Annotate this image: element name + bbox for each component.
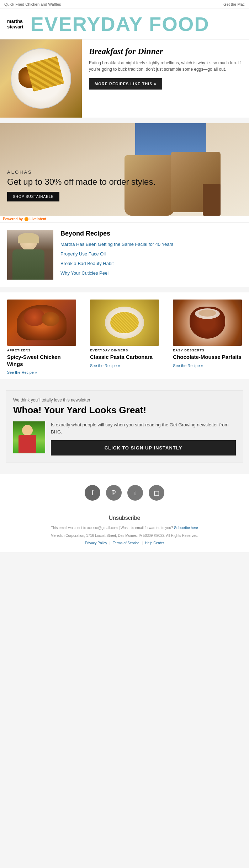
newsletter-promo-section: We think you'll totally love this newsle… xyxy=(6,390,243,463)
pasta-art xyxy=(110,312,139,333)
beyond-link-2[interactable]: Break a Bad Beauty Habit xyxy=(60,261,114,266)
divider-3 xyxy=(0,379,249,384)
separator-2: | xyxy=(142,541,143,545)
list-item: Properly Use Face Oil xyxy=(60,250,242,257)
food-illustration xyxy=(5,43,76,114)
facebook-button[interactable]: f xyxy=(85,485,100,501)
footer-email-line: This email was sent to xxxxxx@gmail.com … xyxy=(7,525,242,531)
martha-hair xyxy=(18,233,39,243)
brand-name-line1: martha xyxy=(7,18,23,24)
liveintent-logo: 🟠 LiveIntent xyxy=(24,217,46,221)
chicken-art-inner xyxy=(17,305,67,340)
heel-art xyxy=(203,184,221,216)
nav-left[interactable]: Quick Fried Chicken and Waffles xyxy=(4,2,61,6)
hero-headline: Breakfast for Dinner xyxy=(89,47,242,56)
twitter-button[interactable]: t xyxy=(127,485,143,501)
nav-right[interactable]: Get the Mac xyxy=(223,2,245,6)
footer-company: Meredith Corporation, 1716 Locust Street… xyxy=(7,533,242,539)
recipe-name-2: Chocolate-Mousse Parfaits xyxy=(173,354,242,361)
recipe-link-1[interactable]: See the Recipe » xyxy=(90,363,120,368)
recipe-cards-section: APPETIZERS Spicy-Sweet Chicken Wings See… xyxy=(0,292,249,379)
pasta-image xyxy=(90,300,159,346)
gardener-shirt xyxy=(18,435,36,453)
unsubscribe-link[interactable]: Unsubscribe xyxy=(7,515,242,521)
site-title: EVERYDAY FOOD xyxy=(31,12,210,36)
crumble-topping xyxy=(198,309,216,317)
list-item: Why Your Cuticles Peel xyxy=(60,270,242,276)
ad-background: ALOHAS Get up to 30% off made to order s… xyxy=(0,123,249,216)
instagram-icon: ◻ xyxy=(154,489,160,497)
recipe-link-2[interactable]: See the Recipe » xyxy=(173,363,203,368)
separator-1: | xyxy=(110,541,111,545)
footer-links: Privacy Policy | Terms of Service | Help… xyxy=(7,541,242,545)
more-recipes-button[interactable]: MORE RECIPES LIKE THIS » xyxy=(89,78,162,90)
pasta-bowl xyxy=(101,305,148,340)
beyond-link-1[interactable]: Properly Use Face Oil xyxy=(60,251,106,257)
signup-button[interactable]: CLICK TO SIGN UP INSTANTLY xyxy=(51,440,236,455)
facebook-icon: f xyxy=(91,489,94,497)
recipe-card-0: APPETIZERS Spicy-Sweet Chicken Wings See… xyxy=(4,300,79,375)
martha-figure xyxy=(7,230,53,280)
divider-4 xyxy=(0,469,249,474)
powered-by-bar: Powered by 🟠 LiveIntent xyxy=(0,216,249,222)
twitter-icon: t xyxy=(134,489,136,497)
ad-headline: Get up to 30% off made to order styles. xyxy=(7,177,155,187)
brand-name-line2: stewart xyxy=(7,24,23,29)
recipe-category-0: APPETIZERS xyxy=(7,349,76,352)
provider-name: LiveIntent xyxy=(30,217,46,221)
recipe-image-2 xyxy=(173,300,242,346)
ad-banner: ALOHAS Get up to 30% off made to order s… xyxy=(0,123,249,216)
ad-text-block: ALOHAS Get up to 30% off made to order s… xyxy=(7,169,155,201)
recipe-image-1 xyxy=(90,300,159,346)
martha-photo xyxy=(7,230,53,280)
list-item: Martha Has Been Getting the Same Facial … xyxy=(60,241,242,248)
recipe-name-1: Classic Pasta Carbonara xyxy=(90,354,159,361)
mousse-image xyxy=(173,300,242,346)
subscribe-here-link[interactable]: Subscribe here xyxy=(174,526,198,530)
email-sent-text: This email was sent to xxxxxx@gmail.com … xyxy=(51,526,173,530)
privacy-policy-link[interactable]: Privacy Policy xyxy=(85,541,107,545)
recipe-name-0: Spicy-Sweet Chicken Wings xyxy=(7,354,76,367)
gardener-head xyxy=(22,425,33,436)
instagram-button[interactable]: ◻ xyxy=(149,485,164,501)
beyond-link-3[interactable]: Why Your Cuticles Peel xyxy=(60,270,108,276)
recipe-category-1: EVERYDAY DINNERS xyxy=(90,349,159,352)
list-item: Break a Bad Beauty Habit xyxy=(60,260,242,267)
pinterest-icon: P xyxy=(112,489,116,497)
waffle-art xyxy=(26,56,64,92)
hero-image xyxy=(0,39,82,118)
terms-link[interactable]: Terms of Service xyxy=(113,541,139,545)
hero-content: Breakfast for Dinner Eating breakfast at… xyxy=(82,39,249,118)
mousse-cup xyxy=(190,307,225,339)
ad-shop-button[interactable]: SHOP SUSTAINABLE xyxy=(7,192,59,201)
chicken-wings-image xyxy=(7,300,76,346)
bowl-art xyxy=(105,307,144,339)
help-center-link[interactable]: Help Center xyxy=(145,541,164,545)
top-nav: Quick Fried Chicken and Waffles Get the … xyxy=(0,0,249,9)
recipe-link-0[interactable]: See the Recipe » xyxy=(7,370,37,374)
gardener-art xyxy=(13,421,45,453)
newsletter-text: Is exactly what people will say when you… xyxy=(51,421,236,455)
hero-image-inner xyxy=(0,39,82,118)
newsletter-body-section: Is exactly what people will say when you… xyxy=(13,421,236,455)
newsletter-pre-headline: We think you'll totally love this newsle… xyxy=(13,398,236,403)
beyond-content: Beyond Recipes Martha Has Been Getting t… xyxy=(60,230,242,280)
powered-by-label: Powered by xyxy=(3,217,23,221)
beyond-link-0[interactable]: Martha Has Been Getting the Same Facial … xyxy=(60,242,173,247)
pinterest-button[interactable]: P xyxy=(106,485,122,501)
beyond-links-list: Martha Has Been Getting the Same Facial … xyxy=(60,241,242,276)
divider-1 xyxy=(0,118,249,123)
newsletter-image xyxy=(13,421,45,453)
beyond-title: Beyond Recipes xyxy=(60,230,242,237)
wing2 xyxy=(42,312,59,326)
hero-section: Breakfast for Dinner Eating breakfast at… xyxy=(0,39,249,118)
brand-logo: martha stewart xyxy=(7,18,23,29)
beyond-recipes-section: Beyond Recipes Martha Has Been Getting t… xyxy=(0,222,249,287)
recipe-image-0 xyxy=(7,300,76,346)
recipe-card-2: EASY DESSERTS Chocolate-Mousse Parfaits … xyxy=(170,300,245,375)
ad-brand-label: ALOHAS xyxy=(7,169,155,175)
header: martha stewart EVERYDAY FOOD xyxy=(0,9,249,39)
plate-art xyxy=(11,48,71,109)
divider-2 xyxy=(0,287,249,292)
newsletter-headline: Whoa! Your Yard Looks Great! xyxy=(13,405,236,416)
